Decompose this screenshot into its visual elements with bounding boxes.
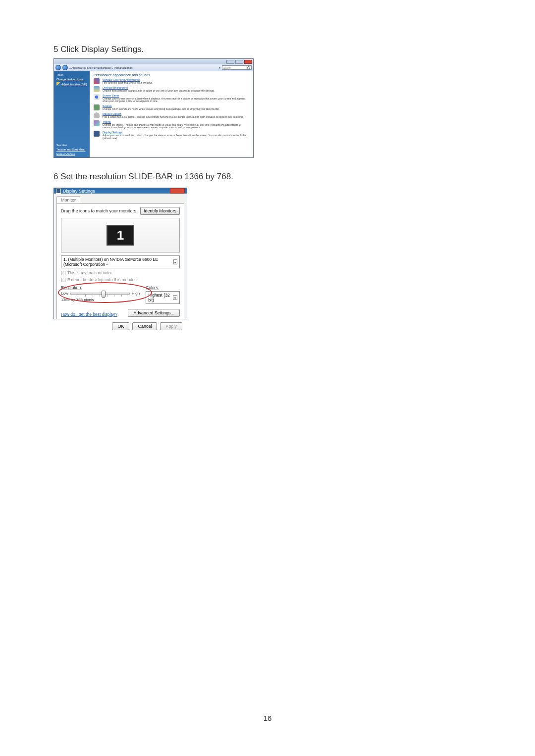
sidebar-seealso-ease[interactable]: Ease of Access	[56, 152, 87, 155]
item-desc: Fine tune the color and style of your wi…	[103, 82, 153, 85]
help-link[interactable]: How do I get the best display?	[61, 312, 117, 317]
step-5-text: 5 Click Display Settings.	[54, 45, 371, 54]
item-window-color[interactable]: Window Color and Appearance Fine tune th…	[94, 78, 249, 85]
item-desc: Pick a different mouse pointer. You can …	[103, 116, 243, 119]
breadcrumb-sep: ▾	[219, 66, 220, 69]
tab-monitor[interactable]: Monitor	[56, 196, 80, 203]
colors-column: Colors: Highest (32 bit) ▾	[146, 285, 180, 304]
theme-icon	[94, 120, 100, 126]
close-button[interactable]	[170, 188, 185, 194]
slider-high-label: High	[132, 291, 140, 296]
identify-monitors-button[interactable]: Identify Monitors	[140, 207, 180, 215]
item-mouse-pointers[interactable]: Mouse Pointers Pick a different mouse po…	[94, 112, 249, 119]
item-desc: Change your screen saver or adjust when …	[103, 98, 249, 103]
monitor-icon	[94, 94, 100, 100]
dialog-title: Display Settings	[63, 189, 95, 194]
resolution-column: Resolution: Low High 1366 by 768 pixels	[61, 285, 140, 302]
checkbox-icon	[61, 278, 65, 282]
breadcrumb[interactable]: « Appearance and Personalization » Perso…	[69, 66, 217, 69]
device-label: 1. (Multiple Monitors) on NVIDIA GeForce…	[63, 257, 173, 267]
item-sounds[interactable]: Sounds Change which sounds are heard whe…	[94, 104, 249, 111]
sidebar-seealso-heading: See also	[56, 144, 87, 147]
search-icon	[247, 66, 250, 69]
maximize-button[interactable]	[235, 60, 243, 64]
checkbox-label: This is my main monitor	[67, 270, 112, 275]
mouse-icon	[94, 112, 100, 118]
advanced-settings-button[interactable]: Advanced Settings...	[128, 309, 180, 317]
chevron-down-icon: ▾	[173, 295, 177, 300]
slider-thumb[interactable]	[102, 291, 106, 298]
item-desc: Change the theme. Themes can change a wi…	[103, 124, 249, 130]
personalization-main: Personalize appearance and sounds Window…	[90, 71, 253, 157]
checkbox-label: Extend the desktop onto this monitor	[67, 277, 136, 282]
checkbox-main-monitor: This is my main monitor	[61, 270, 180, 275]
shield-icon	[56, 82, 60, 86]
colors-dropdown[interactable]: Highest (32 bit) ▾	[146, 291, 180, 304]
sidebar-link-font-size[interactable]: Adjust font size (DPI)	[61, 83, 87, 86]
close-button[interactable]	[244, 60, 252, 64]
ok-button[interactable]: OK	[112, 322, 129, 330]
item-desc: Choose from available backgrounds or col…	[103, 90, 215, 93]
item-title: Desktop Background	[103, 86, 215, 89]
breadcrumb-bar: « Appearance and Personalization » Perso…	[54, 64, 253, 71]
display-settings-dialog: Display Settings Monitor Drag the icons …	[54, 188, 187, 319]
resolution-label: Resolution:	[61, 285, 140, 290]
dialog-titlebar: Display Settings	[54, 188, 187, 194]
search-input[interactable]: Search	[222, 65, 252, 70]
main-heading: Personalize appearance and sounds	[94, 73, 249, 77]
forward-button[interactable]	[62, 65, 68, 70]
item-title: Mouse Pointers	[103, 112, 243, 115]
display-icon	[94, 131, 100, 137]
page-number: 16	[264, 714, 272, 722]
sidebar-seealso-taskbar[interactable]: Taskbar and Start Menu	[56, 148, 87, 151]
item-title: Theme	[103, 120, 249, 123]
monitor-preview-well: 1	[61, 218, 180, 252]
display-device-dropdown[interactable]: 1. (Multiple Monitors) on NVIDIA GeForce…	[61, 255, 180, 268]
back-button[interactable]	[55, 65, 61, 70]
display-icon	[56, 189, 61, 194]
slider-low-label: Low	[61, 291, 68, 296]
colors-value: Highest (32 bit)	[148, 293, 173, 302]
item-screen-saver[interactable]: Screen Saver Change your screen saver or…	[94, 94, 249, 103]
apply-button[interactable]: Apply	[160, 322, 182, 330]
resolution-slider[interactable]: Low High	[61, 291, 140, 296]
step-6-text: 6 Set the resolution SLIDE-BAR to 1366 b…	[54, 172, 371, 182]
checkbox-extend-desktop: Extend the desktop onto this monitor	[61, 277, 180, 282]
resolution-value: 1366 by 768 pixels	[61, 298, 140, 302]
monitor-1-tile[interactable]: 1	[107, 225, 134, 246]
item-display-settings[interactable]: Display Settings Adjust your monitor res…	[94, 131, 249, 140]
item-desc: Change which sounds are heard when you d…	[103, 108, 220, 111]
sidebar-link-desktop-icons[interactable]: Change desktop icons	[56, 78, 87, 81]
colors-label: Colors:	[146, 285, 180, 290]
chevron-down-icon: ▾	[173, 259, 177, 264]
minimize-button[interactable]	[226, 60, 234, 64]
item-title: Screen Saver	[103, 94, 249, 97]
item-desc: Adjust your monitor resolution, which ch…	[103, 134, 249, 140]
cancel-button[interactable]: Cancel	[132, 322, 157, 330]
search-placeholder: Search	[223, 66, 231, 69]
window-titlebar	[54, 59, 253, 64]
palette-icon	[94, 78, 100, 84]
picture-icon	[94, 86, 100, 92]
item-desktop-background[interactable]: Desktop Background Choose from available…	[94, 86, 249, 93]
sidebar-tasks-heading: Tasks	[56, 73, 87, 76]
item-theme[interactable]: Theme Change the theme. Themes can chang…	[94, 120, 249, 130]
dialog-button-row: OK Cancel Apply	[56, 319, 184, 333]
drag-instruction: Drag the icons to match your monitors.	[61, 208, 138, 213]
slider-track[interactable]	[70, 293, 130, 295]
personalization-window: « Appearance and Personalization » Perso…	[54, 58, 254, 158]
speaker-icon	[94, 104, 100, 110]
tab-panel: Drag the icons to match your monitors. I…	[56, 203, 184, 319]
sidebar: Tasks Change desktop icons Adjust font s…	[54, 71, 90, 157]
checkbox-icon	[61, 271, 65, 275]
